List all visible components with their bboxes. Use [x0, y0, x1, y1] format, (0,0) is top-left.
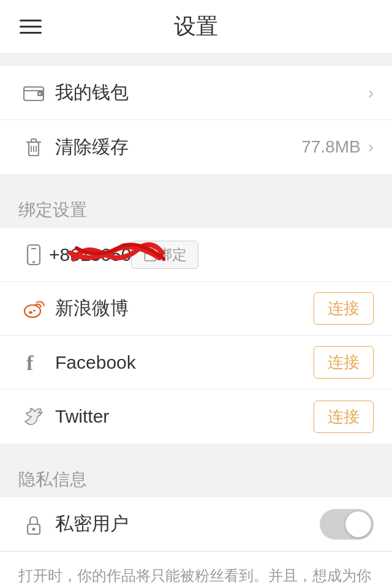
gap-3 [0, 443, 392, 456]
facebook-label: Facebook [55, 352, 314, 373]
weibo-label: 新浪微博 [55, 296, 314, 321]
phone-item[interactable]: +8613650 已绑定 [0, 228, 392, 282]
svg-text:f: f [26, 352, 34, 374]
private-user-item[interactable]: 私密用户 [0, 497, 392, 551]
svg-point-14 [29, 311, 32, 314]
redact-overlay [67, 241, 165, 268]
svg-point-3 [39, 92, 41, 94]
clear-cache-item[interactable]: 清除缓存 77.8MB › [0, 120, 392, 174]
wallet-chevron: › [368, 83, 374, 103]
wallet-icon [18, 81, 49, 105]
cache-size: 77.8MB [301, 137, 361, 157]
svg-point-13 [24, 305, 40, 317]
wallet-item[interactable]: 我的钱包 › [0, 66, 392, 120]
gap-1 [0, 54, 392, 66]
phone-icon [18, 243, 49, 267]
privacy-note: 打开时，你的作品将只能被粉丝看到。并且，想成为你的粉丝将需要你的允许。 [0, 551, 392, 588]
lock-icon [18, 512, 49, 537]
svg-point-15 [33, 309, 36, 311]
private-user-label: 私密用户 [55, 511, 320, 537]
svg-point-11 [32, 261, 35, 263]
twitter-icon [18, 404, 49, 429]
private-user-toggle[interactable] [320, 509, 374, 540]
svg-point-18 [32, 527, 36, 530]
menu-line-3 [20, 32, 42, 34]
privacy-section-header: 隐私信息 [0, 456, 392, 497]
weibo-icon [18, 296, 49, 321]
clear-cache-chevron: › [368, 137, 374, 157]
menu-line-2 [20, 26, 42, 28]
facebook-icon: f [18, 350, 49, 375]
svg-rect-6 [31, 139, 36, 142]
clear-cache-label: 清除缓存 [55, 135, 301, 160]
trash-icon [18, 135, 49, 159]
binding-section-header: 绑定设置 [0, 186, 392, 228]
wallet-label: 我的钱包 [55, 80, 368, 105]
facebook-connect-button[interactable]: 连接 [314, 346, 374, 379]
twitter-item[interactable]: Twitter 连接 [0, 390, 392, 443]
menu-button[interactable] [20, 20, 42, 34]
twitter-label: Twitter [55, 406, 314, 427]
weibo-connect-button[interactable]: 连接 [314, 292, 374, 325]
phone-number-container: +8613650 [49, 244, 131, 265]
weibo-item[interactable]: 新浪微博 连接 [0, 282, 392, 336]
menu-line-1 [20, 20, 42, 21]
binding-section: +8613650 已绑定 新浪微博 连接 [0, 228, 392, 443]
top-section: 我的钱包 › 清除缓存 77.8MB › [0, 66, 392, 174]
privacy-section: 私密用户 打开时，你的作品将只能被粉丝看到。并且，想成为你的粉丝将需要你的允许。 [0, 497, 392, 588]
header: 设置 [0, 0, 392, 54]
toggle-knob [345, 511, 371, 537]
twitter-connect-button[interactable]: 连接 [314, 401, 374, 433]
gap-2 [0, 174, 392, 186]
facebook-item[interactable]: f Facebook 连接 [0, 336, 392, 390]
page-title: 设置 [174, 12, 218, 42]
